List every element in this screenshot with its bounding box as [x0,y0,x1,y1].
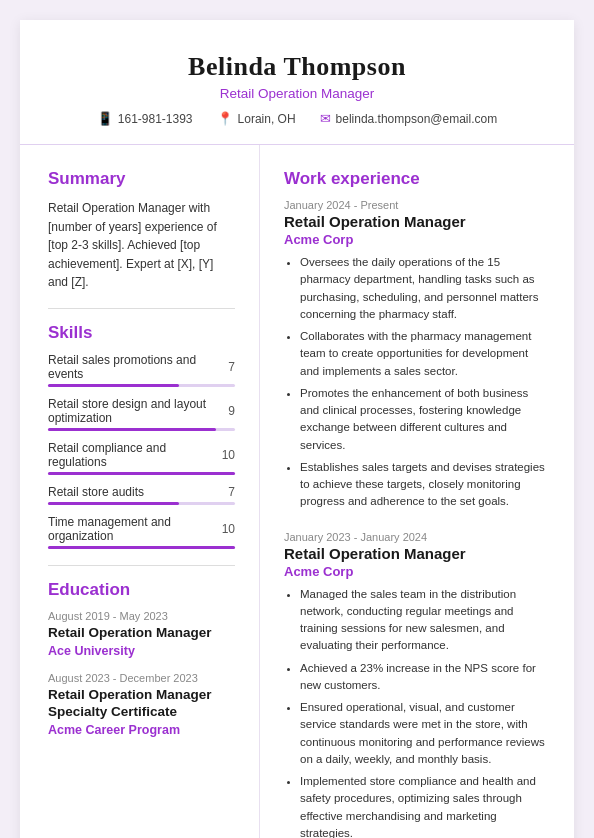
contact-bar: 📱 161-981-1393 📍 Lorain, OH ✉ belinda.th… [60,111,534,126]
work-bullet: Implemented store compliance and health … [300,773,546,838]
right-column: Work experience January 2024 - Present R… [260,145,574,838]
skill-name: Time management and organization [48,515,222,543]
skill-bar-fill [48,384,179,387]
work-bullet: Collaborates with the pharmacy managemen… [300,328,546,380]
skill-label-row: Time management and organization 10 [48,515,235,543]
skill-item: Retail sales promotions and events 7 [48,353,235,387]
education-item: August 2023 - December 2023 Retail Opera… [48,672,235,737]
work-bullet: Promotes the enhancement of both busines… [300,385,546,454]
education-item: August 2019 - May 2023 Retail Operation … [48,610,235,658]
work-item: January 2023 - January 2024 Retail Opera… [284,531,546,839]
phone-icon: 📱 [97,111,113,126]
divider-1 [48,308,235,309]
skill-name: Retail store design and layout optimizat… [48,397,228,425]
skill-label-row: Retail store audits 7 [48,485,235,499]
skill-bar-fill [48,472,235,475]
skill-bar-bg [48,502,235,505]
work-title: Retail Operation Manager [284,213,546,230]
skill-bar-fill [48,546,235,549]
work-company: Acme Corp [284,564,546,579]
skill-item: Retail store audits 7 [48,485,235,505]
skill-bar-bg [48,546,235,549]
work-bullet: Oversees the daily operations of the 15 … [300,254,546,323]
work-heading: Work experience [284,169,546,189]
edu-degree: Retail Operation Manager Specialty Certi… [48,686,235,721]
skill-bar-bg [48,428,235,431]
summary-section: Summary Retail Operation Manager with [n… [48,169,235,292]
edu-degree: Retail Operation Manager [48,624,235,642]
education-section: Education August 2019 - May 2023 Retail … [48,580,235,737]
location-value: Lorain, OH [238,112,296,126]
work-bullets-list: Oversees the daily operations of the 15 … [284,254,546,511]
skill-score: 9 [228,404,235,418]
summary-text: Retail Operation Manager with [number of… [48,199,235,292]
location-icon: 📍 [217,111,233,126]
work-date: January 2024 - Present [284,199,546,211]
email-value: belinda.thompson@email.com [336,112,498,126]
skill-name: Retail sales promotions and events [48,353,228,381]
phone-value: 161-981-1393 [118,112,193,126]
skill-score: 10 [222,522,235,536]
work-bullet: Achieved a 23% increase in the NPS score… [300,660,546,695]
skills-section: Skills Retail sales promotions and event… [48,323,235,549]
skill-bar-fill [48,428,216,431]
edu-date: August 2019 - May 2023 [48,610,235,622]
skill-bar-bg [48,472,235,475]
skill-item: Retail store design and layout optimizat… [48,397,235,431]
work-item: January 2024 - Present Retail Operation … [284,199,546,511]
edu-school: Acme Career Program [48,723,235,737]
work-date: January 2023 - January 2024 [284,531,546,543]
skill-item: Retail compliance and regulations 10 [48,441,235,475]
skills-list: Retail sales promotions and events 7 Ret… [48,353,235,549]
work-bullets-list: Managed the sales team in the distributi… [284,586,546,839]
summary-heading: Summary [48,169,235,189]
resume-page: Belinda Thompson Retail Operation Manage… [20,20,574,838]
phone-contact: 📱 161-981-1393 [97,111,193,126]
skill-item: Time management and organization 10 [48,515,235,549]
skill-label-row: Retail sales promotions and events 7 [48,353,235,381]
work-section: Work experience January 2024 - Present R… [284,169,546,838]
work-title: Retail Operation Manager [284,545,546,562]
left-column: Summary Retail Operation Manager with [n… [20,145,260,838]
skill-label-row: Retail compliance and regulations 10 [48,441,235,469]
location-contact: 📍 Lorain, OH [217,111,296,126]
skills-heading: Skills [48,323,235,343]
work-list: January 2024 - Present Retail Operation … [284,199,546,838]
skill-score: 7 [228,360,235,374]
work-bullet: Ensured operational, visual, and custome… [300,699,546,768]
edu-school: Ace University [48,644,235,658]
skill-name: Retail compliance and regulations [48,441,222,469]
skill-bar-bg [48,384,235,387]
skill-score: 10 [222,448,235,462]
work-bullet: Managed the sales team in the distributi… [300,586,546,655]
main-layout: Summary Retail Operation Manager with [n… [20,145,574,838]
skill-score: 7 [228,485,235,499]
skill-label-row: Retail store design and layout optimizat… [48,397,235,425]
email-contact: ✉ belinda.thompson@email.com [320,111,498,126]
work-bullet: Establishes sales targets and devises st… [300,459,546,511]
work-company: Acme Corp [284,232,546,247]
email-icon: ✉ [320,111,331,126]
skill-bar-fill [48,502,179,505]
edu-date: August 2023 - December 2023 [48,672,235,684]
candidate-name: Belinda Thompson [60,52,534,82]
education-list: August 2019 - May 2023 Retail Operation … [48,610,235,737]
candidate-title: Retail Operation Manager [60,86,534,101]
divider-2 [48,565,235,566]
resume-header: Belinda Thompson Retail Operation Manage… [20,20,574,145]
education-heading: Education [48,580,235,600]
skill-name: Retail store audits [48,485,144,499]
